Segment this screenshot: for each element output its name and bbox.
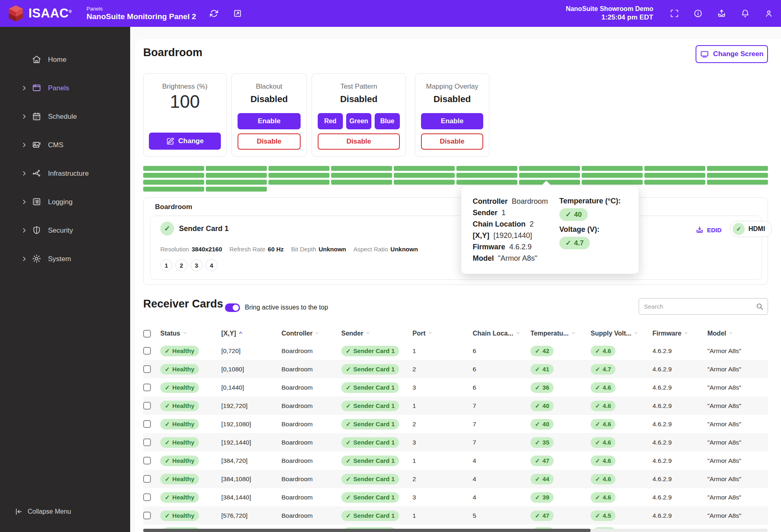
panel-segment[interactable] — [331, 173, 392, 178]
table-row[interactable]: ✓Healthy[0,1440]Boardroom✓Sender Card 13… — [143, 378, 768, 397]
row-checkbox[interactable] — [143, 493, 151, 501]
column-header-chain-loca-[interactable]: Chain Loca... — [473, 330, 530, 337]
row-checkbox[interactable] — [143, 420, 151, 428]
panel-segment[interactable] — [394, 166, 455, 171]
notifications-bell-icon[interactable] — [740, 9, 750, 18]
open-in-new-icon[interactable] — [233, 9, 242, 18]
sidebar-item-cms[interactable]: CMS — [0, 131, 130, 159]
sidebar-item-security[interactable]: Security — [0, 216, 130, 245]
mapping-overlay-enable-button[interactable]: Enable — [421, 113, 483, 129]
table-row[interactable]: ✓Healthy[192,1080]Boardroom✓Sender Card … — [143, 415, 768, 433]
blackout-enable-button[interactable]: Enable — [238, 113, 301, 129]
row-checkbox[interactable] — [143, 475, 151, 483]
panel-segment[interactable] — [644, 180, 705, 185]
panel-segment[interactable] — [644, 173, 705, 178]
sidebar-item-panels[interactable]: Panels — [0, 74, 130, 102]
table-row[interactable]: ✓Healthy[576,720]Boardroom✓Sender Card 1… — [143, 506, 768, 525]
panel-segment[interactable] — [143, 173, 204, 178]
port-chip-1[interactable]: 1 — [160, 259, 172, 271]
column-header-status[interactable]: Status — [160, 330, 221, 337]
horizontal-scrollbar-thumb[interactable] — [143, 529, 591, 532]
blackout-disable-button[interactable]: Disable — [238, 133, 301, 150]
search-input[interactable] — [644, 303, 756, 310]
export-icon[interactable] — [717, 9, 726, 18]
sidebar-item-system[interactable]: System — [0, 245, 130, 273]
change-screen-button[interactable]: Change Screen — [696, 45, 768, 63]
column-header-sender[interactable]: Sender — [341, 330, 412, 337]
refresh-icon[interactable] — [209, 9, 219, 18]
panel-segment[interactable] — [394, 180, 455, 185]
chevron-right-icon[interactable] — [21, 142, 28, 148]
sidebar-item-home[interactable]: Home — [0, 46, 130, 74]
panel-segment[interactable] — [206, 187, 267, 192]
chevron-right-icon[interactable] — [21, 227, 28, 234]
user-account-icon[interactable] — [764, 9, 774, 18]
panel-segment[interactable] — [582, 166, 643, 171]
panel-segment[interactable] — [456, 166, 517, 171]
table-row[interactable]: ✓Healthy[192,1440]Boardroom✓Sender Card … — [143, 433, 768, 451]
column-header-temperatu-[interactable]: Temperatu... — [530, 330, 591, 337]
table-row[interactable]: ✓Healthy[0,1080]Boardroom✓Sender Card 12… — [143, 360, 768, 378]
mapping-overlay-disable-button[interactable]: Disable — [421, 133, 483, 150]
panel-segment[interactable] — [331, 180, 392, 185]
chevron-right-icon[interactable] — [21, 199, 28, 205]
row-checkbox[interactable] — [143, 457, 151, 464]
table-row[interactable]: ✓Healthy[192,720]Boardroom✓Sender Card 1… — [143, 397, 768, 415]
panel-segment[interactable] — [582, 173, 643, 178]
panel-segment[interactable] — [456, 180, 517, 185]
table-row[interactable]: ✓Healthy[384,1080]Boardroom✓Sender Card … — [143, 470, 768, 488]
port-chip-4[interactable]: 4 — [205, 259, 218, 271]
chevron-right-icon[interactable] — [21, 113, 28, 120]
panel-segment[interactable] — [206, 180, 267, 185]
panel-segment[interactable] — [331, 166, 392, 171]
column-header-port[interactable]: Port — [412, 330, 473, 337]
panel-segment[interactable] — [707, 166, 768, 171]
column-header-model[interactable]: Model — [707, 330, 768, 337]
panel-segment[interactable] — [268, 166, 329, 171]
column-header-supply-volt-[interactable]: Supply Volt... — [591, 330, 652, 337]
panel-segment[interactable] — [268, 173, 329, 178]
edid-download-button[interactable]: EDID — [696, 226, 722, 234]
table-row[interactable]: ✓Healthy[0,720]Boardroom✓Sender Card 116… — [143, 342, 768, 360]
select-all-checkbox[interactable] — [143, 330, 151, 338]
test-pattern-red-button[interactable]: Red — [318, 113, 343, 129]
fullscreen-icon[interactable] — [670, 9, 679, 18]
collapse-menu-button[interactable]: Collapse Menu — [15, 508, 71, 516]
chevron-right-icon[interactable] — [21, 85, 28, 92]
test-pattern-green-button[interactable]: Green — [346, 113, 371, 129]
panel-segment[interactable] — [206, 173, 267, 178]
panel-segment[interactable] — [456, 173, 517, 178]
table-row[interactable]: ✓Healthy[384,1440]Boardroom✓Sender Card … — [143, 488, 768, 506]
panel-segment[interactable] — [206, 166, 267, 171]
column-header-firmware[interactable]: Firmware — [652, 330, 707, 337]
test-pattern-disable-button[interactable]: Disable — [318, 133, 400, 150]
row-checkbox[interactable] — [143, 384, 151, 391]
panel-segment[interactable] — [143, 187, 204, 192]
chevron-right-icon[interactable] — [21, 170, 28, 177]
panel-segment[interactable] — [143, 180, 204, 185]
panel-segment[interactable] — [707, 173, 768, 178]
test-pattern-blue-button[interactable]: Blue — [375, 113, 400, 129]
breadcrumb[interactable]: Panels — [87, 6, 196, 12]
port-chip-2[interactable]: 2 — [175, 259, 188, 271]
row-checkbox[interactable] — [143, 365, 151, 373]
panel-segment[interactable] — [143, 166, 204, 171]
chevron-right-icon[interactable] — [21, 256, 28, 262]
panel-segment[interactable] — [519, 166, 580, 171]
table-row[interactable]: ✓Healthy[384,720]Boardroom✓Sender Card 1… — [143, 451, 768, 470]
sidebar-item-infrastructure[interactable]: Infrastructure — [0, 159, 130, 188]
panel-segment[interactable] — [268, 180, 329, 185]
brightness-change-button[interactable]: Change — [149, 133, 221, 150]
panel-segment[interactable] — [644, 166, 705, 171]
column-header-controller[interactable]: Controller — [281, 330, 341, 337]
row-checkbox[interactable] — [143, 347, 151, 355]
row-checkbox[interactable] — [143, 438, 151, 446]
sidebar-item-logging[interactable]: Logging — [0, 188, 130, 216]
column-header--x-y-[interactable]: [X,Y] — [221, 330, 281, 337]
sidebar-item-schedule[interactable]: Schedule — [0, 102, 130, 131]
panel-segment[interactable] — [582, 180, 643, 185]
info-icon[interactable] — [693, 9, 703, 18]
row-checkbox[interactable] — [143, 512, 151, 519]
active-issues-toggle[interactable] — [225, 303, 240, 312]
panel-segment[interactable] — [707, 180, 768, 185]
